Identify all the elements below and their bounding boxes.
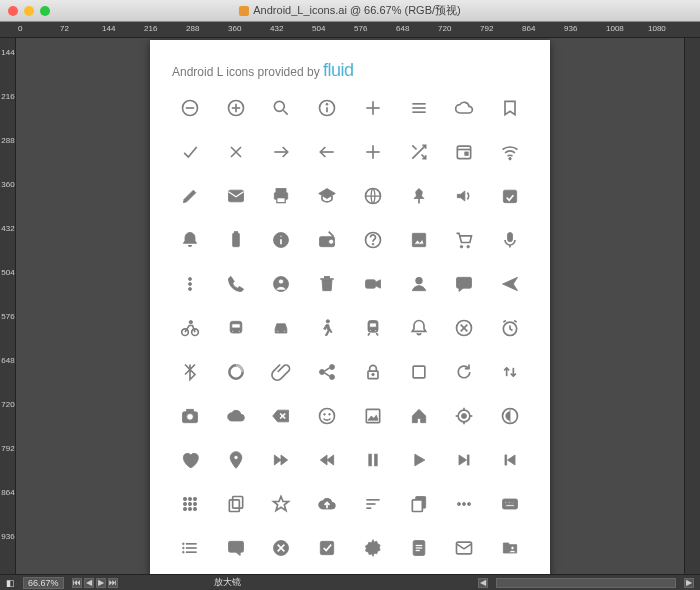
cloud-outline-icon[interactable] — [453, 97, 475, 119]
lock-outline-icon[interactable] — [362, 361, 384, 383]
folder-shared-icon[interactable] — [499, 537, 521, 559]
minimize-window-button[interactable] — [24, 6, 34, 16]
notifications-icon[interactable] — [179, 229, 201, 251]
radio-icon[interactable] — [316, 229, 338, 251]
battery-icon[interactable] — [225, 229, 247, 251]
cloud-upload-icon[interactable] — [316, 493, 338, 515]
event-available-icon[interactable] — [499, 185, 521, 207]
keyboard-icon[interactable] — [499, 493, 521, 515]
mood-icon[interactable] — [316, 405, 338, 427]
refresh-icon[interactable] — [453, 361, 475, 383]
image-icon[interactable] — [408, 229, 430, 251]
shuffle-icon[interactable] — [408, 141, 430, 163]
favorite-icon[interactable] — [179, 449, 201, 471]
backspace-icon[interactable] — [270, 405, 292, 427]
play-icon[interactable] — [408, 449, 430, 471]
call-icon[interactable] — [225, 273, 247, 295]
camera-icon[interactable] — [179, 405, 201, 427]
fast-forward-icon[interactable] — [270, 449, 292, 471]
account-circle-icon[interactable] — [270, 273, 292, 295]
sort-icon[interactable] — [362, 493, 384, 515]
scrollbar-horizontal[interactable] — [496, 578, 676, 588]
apps-icon[interactable] — [179, 493, 201, 515]
add-icon[interactable] — [362, 97, 384, 119]
public-icon[interactable] — [362, 185, 384, 207]
content-copy-icon[interactable] — [408, 493, 430, 515]
ruler-vertical[interactable]: 144216288360432504576648720792864936 — [0, 38, 16, 574]
menu-icon[interactable] — [408, 97, 430, 119]
school-icon[interactable] — [316, 185, 338, 207]
chat-icon[interactable] — [453, 273, 475, 295]
add-icon[interactable] — [362, 141, 384, 163]
hscroll-right-icon[interactable]: ▶ — [684, 578, 694, 588]
videocam-icon[interactable] — [362, 273, 384, 295]
car-icon[interactable] — [270, 317, 292, 339]
mail-outline-icon[interactable] — [453, 537, 475, 559]
event-icon[interactable] — [453, 141, 475, 163]
arrow-right-icon[interactable] — [270, 141, 292, 163]
pin-icon[interactable] — [408, 185, 430, 207]
fast-rewind-icon[interactable] — [316, 449, 338, 471]
home-icon[interactable] — [408, 405, 430, 427]
pause-icon[interactable] — [362, 449, 384, 471]
edit-icon[interactable] — [179, 185, 201, 207]
share-icon[interactable] — [316, 361, 338, 383]
error-icon[interactable] — [270, 537, 292, 559]
artboard-nav-icon[interactable]: ◧ — [6, 578, 15, 588]
cloud-icon[interactable] — [225, 405, 247, 427]
zoom-level[interactable]: 66.67% — [23, 577, 64, 589]
nav-prev-icon[interactable]: ◀ — [84, 578, 94, 588]
description-icon[interactable] — [408, 537, 430, 559]
wifi-icon[interactable] — [499, 141, 521, 163]
delete-icon[interactable] — [316, 273, 338, 295]
close-window-button[interactable] — [8, 6, 18, 16]
cancel-circle-icon[interactable] — [453, 317, 475, 339]
notifications-none-icon[interactable] — [408, 317, 430, 339]
hscroll-left-icon[interactable]: ◀ — [478, 578, 488, 588]
bookmark-outline-icon[interactable] — [499, 97, 521, 119]
info-icon[interactable] — [270, 229, 292, 251]
check-icon[interactable] — [179, 141, 201, 163]
train-icon[interactable] — [362, 317, 384, 339]
email-icon[interactable] — [225, 185, 247, 207]
star-outline-icon[interactable] — [270, 493, 292, 515]
volume-icon[interactable] — [453, 185, 475, 207]
bluetooth-icon[interactable] — [179, 361, 201, 383]
close-icon[interactable] — [225, 141, 247, 163]
nav-first-icon[interactable]: ⏮ — [72, 578, 82, 588]
info-outline-icon[interactable] — [316, 97, 338, 119]
zoom-window-button[interactable] — [40, 6, 50, 16]
image-outline-icon[interactable] — [362, 405, 384, 427]
arrow-left-icon[interactable] — [316, 141, 338, 163]
send-icon[interactable] — [499, 273, 521, 295]
help-icon[interactable] — [362, 229, 384, 251]
skip-next-icon[interactable] — [453, 449, 475, 471]
remove-circle-icon[interactable] — [179, 97, 201, 119]
attachment-icon[interactable] — [270, 361, 292, 383]
crop-square-icon[interactable] — [408, 361, 430, 383]
check-box-icon[interactable] — [316, 537, 338, 559]
person-icon[interactable] — [408, 273, 430, 295]
shopping-cart-icon[interactable] — [453, 229, 475, 251]
skip-previous-icon[interactable] — [499, 449, 521, 471]
bike-icon[interactable] — [179, 317, 201, 339]
comment-icon[interactable] — [225, 537, 247, 559]
scrollbar-vertical[interactable] — [684, 38, 700, 574]
search-icon[interactable] — [270, 97, 292, 119]
canvas[interactable]: Android L icons provided by fluid — [16, 38, 684, 574]
copy-icon[interactable] — [225, 493, 247, 515]
print-icon[interactable] — [270, 185, 292, 207]
more-vert-icon[interactable] — [179, 273, 201, 295]
mic-icon[interactable] — [499, 229, 521, 251]
settings-icon[interactable] — [362, 537, 384, 559]
ruler-horizontal[interactable]: 0721442162883604325045766487207928649361… — [0, 22, 700, 38]
data-usage-icon[interactable] — [225, 361, 247, 383]
alarm-icon[interactable] — [499, 317, 521, 339]
more-horiz-icon[interactable] — [453, 493, 475, 515]
artboard[interactable]: Android L icons provided by fluid — [150, 40, 550, 574]
swap-vert-icon[interactable] — [499, 361, 521, 383]
nav-next-icon[interactable]: ▶ — [96, 578, 106, 588]
list-icon[interactable] — [179, 537, 201, 559]
walk-icon[interactable] — [316, 317, 338, 339]
gps-icon[interactable] — [453, 405, 475, 427]
